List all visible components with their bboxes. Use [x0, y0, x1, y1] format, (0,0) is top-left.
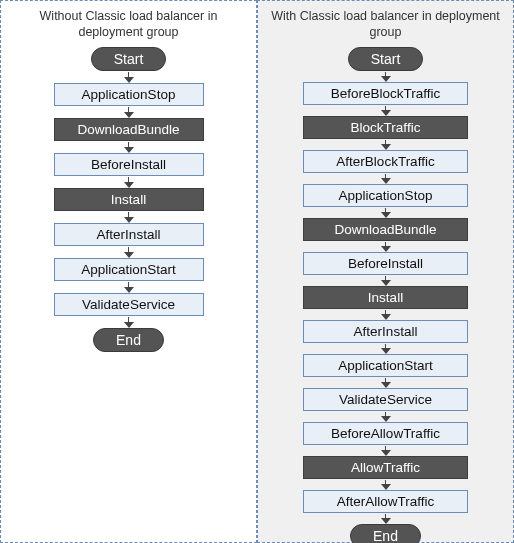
flow-arrow-icon	[381, 208, 391, 218]
start-node: Start	[91, 47, 167, 71]
flow-arrow-icon	[381, 174, 391, 184]
flow-arrow-icon	[381, 480, 391, 490]
right-flow-column: With Classic load balancer in deployment…	[257, 0, 514, 543]
flow-arrow-icon	[381, 140, 391, 150]
flow-step: AfterBlockTraffic	[303, 150, 468, 173]
flow-step: BeforeBlockTraffic	[303, 82, 468, 105]
flow-step: ApplicationStop	[54, 83, 204, 106]
flow-arrow-icon	[381, 276, 391, 286]
flow-arrow-icon	[381, 412, 391, 422]
flow-step: AllowTraffic	[303, 456, 468, 479]
flow-arrow-icon	[381, 514, 391, 524]
flow-step: Install	[303, 286, 468, 309]
flow-arrow-icon	[124, 317, 134, 328]
flow-step: ApplicationStart	[303, 354, 468, 377]
flow-step: BlockTraffic	[303, 116, 468, 139]
left-flow-body: ApplicationStopDownloadBundleBeforeInsta…	[54, 71, 204, 352]
flow-arrow-icon	[124, 72, 134, 83]
flow-arrow-icon	[124, 107, 134, 118]
flow-step: DownloadBundle	[303, 218, 468, 241]
right-title: With Classic load balancer in deployment…	[264, 9, 507, 41]
left-flow-column: Without Classic load balancer in deploym…	[0, 0, 257, 543]
flow-arrow-icon	[124, 282, 134, 293]
right-flow-body: BeforeBlockTrafficBlockTrafficAfterBlock…	[303, 71, 468, 543]
flow-arrow-icon	[381, 72, 391, 82]
flow-arrow-icon	[381, 242, 391, 252]
flow-step: ApplicationStop	[303, 184, 468, 207]
flow-step: AfterInstall	[303, 320, 468, 343]
flow-step: DownloadBundle	[54, 118, 204, 141]
flow-arrow-icon	[124, 247, 134, 258]
flow-arrow-icon	[381, 106, 391, 116]
start-node: Start	[348, 47, 424, 71]
flow-step: ValidateService	[54, 293, 204, 316]
end-node: End	[350, 524, 421, 543]
flow-arrow-icon	[381, 446, 391, 456]
flow-step: AfterInstall	[54, 223, 204, 246]
flow-step: BeforeInstall	[54, 153, 204, 176]
left-title: Without Classic load balancer in deploym…	[7, 9, 250, 41]
flow-step: BeforeInstall	[303, 252, 468, 275]
flow-arrow-icon	[124, 212, 134, 223]
flow-step: ApplicationStart	[54, 258, 204, 281]
end-node: End	[93, 328, 164, 352]
flow-arrow-icon	[124, 177, 134, 188]
flow-step: Install	[54, 188, 204, 211]
flow-step: AfterAllowTraffic	[303, 490, 468, 513]
flow-step: BeforeAllowTraffic	[303, 422, 468, 445]
flow-arrow-icon	[124, 142, 134, 153]
flow-arrow-icon	[381, 344, 391, 354]
flow-arrow-icon	[381, 310, 391, 320]
flow-arrow-icon	[381, 378, 391, 388]
flow-step: ValidateService	[303, 388, 468, 411]
